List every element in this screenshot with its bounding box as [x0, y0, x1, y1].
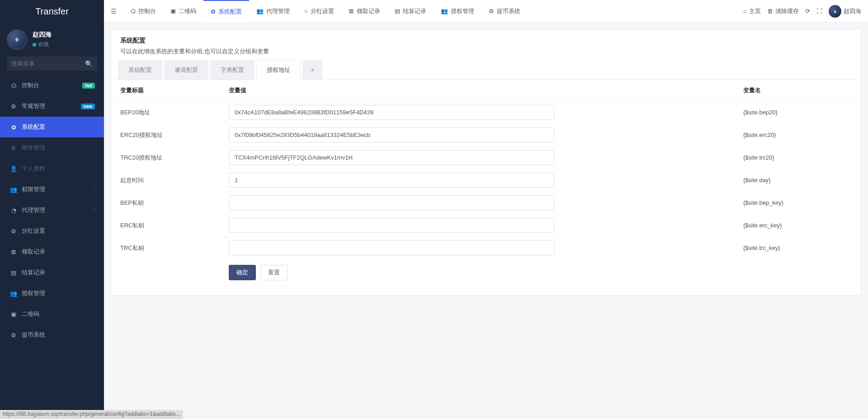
row-title: BEP私钥 — [111, 192, 224, 214]
config-table: 变量标题 变量值 变量名 BEP20地址{$site.bep20}ERC20授权… — [111, 80, 861, 286]
menu-icon: 👥 — [9, 290, 18, 297]
sidebar-item-7[interactable]: ⚙分红设置 — [0, 221, 104, 241]
row-varname: {$site.erc_key} — [739, 214, 861, 237]
home-label: 主页 — [749, 7, 761, 15]
row-title: ERC私钥 — [111, 214, 224, 237]
sidebar-item-11[interactable]: ▣二维码 — [0, 304, 104, 325]
row-varname: {$site.bep_key} — [739, 192, 861, 214]
sidebar-item-1[interactable]: ⚙常规管理new — [0, 96, 104, 117]
sidebar-item-6[interactable]: ◔代理管理〈 — [0, 200, 104, 221]
clear-cache-link[interactable]: 🗑清除缓存 — [767, 7, 799, 15]
row-varname: {$site.trc_key} — [739, 237, 861, 259]
row-value-input[interactable] — [229, 105, 554, 120]
sidebar-item-5[interactable]: 👥权限管理〈 — [0, 179, 104, 200]
search-icon[interactable]: 🔍 — [85, 60, 93, 67]
topnav-icon: ▤ — [395, 8, 400, 14]
menu-label: 提币系统 — [22, 331, 95, 339]
refresh-button[interactable]: ⟳ — [805, 8, 810, 14]
row-value-input[interactable] — [229, 173, 554, 188]
row-title: TRC私钥 — [111, 237, 224, 259]
menu-label: 领取记录 — [22, 248, 95, 256]
menu-label: 二维码 — [22, 310, 95, 318]
tab-3[interactable]: 授权地址 — [256, 60, 301, 80]
menu-icon: 🗎 — [9, 145, 18, 151]
topnav-item-5[interactable]: 𝌆领取记录 — [341, 0, 387, 22]
menu-badge: hot — [82, 83, 95, 89]
menu-label: 常规管理 — [22, 102, 81, 110]
tab-1[interactable]: 邀请配置 — [164, 60, 208, 80]
chevron-left-icon: 〈 — [90, 207, 95, 213]
topbar-right: ⌂主页 🗑清除缓存 ⟳ ⛶ ♦赵四海 — [743, 5, 861, 18]
table-row: BEP20地址{$site.bep20} — [111, 101, 861, 124]
ethereum-icon: ♦ — [15, 35, 19, 44]
sidebar-item-3[interactable]: 🗎附件管理 — [0, 137, 104, 158]
sidebar-item-2[interactable]: ✿系统配置 — [0, 117, 104, 137]
topnav-item-1[interactable]: ▣二维码 — [163, 0, 203, 22]
search-input[interactable] — [7, 56, 97, 71]
table-row: BEP私钥{$site.bep_key} — [111, 192, 861, 214]
hamburger-icon[interactable]: ☰ — [111, 8, 117, 15]
profile-name: 赵四海 — [33, 31, 52, 39]
topnav-item-3[interactable]: 👥代理管理 — [249, 0, 297, 22]
menu-icon: ⚙ — [9, 332, 18, 339]
sidebar-menu: ⌬控制台hot⚙常规管理new✿系统配置🗎附件管理👤个人资料👥权限管理〈◔代理管… — [0, 75, 104, 345]
col-header-name: 变量名 — [739, 80, 861, 101]
config-panel: 系统配置 可以在此增改系统的变量和分组,也可以自定义分组和变量 基础配置邀请配置… — [111, 29, 861, 296]
profile-status-text: 在线 — [38, 41, 49, 48]
topnav-label: 领取记录 — [357, 7, 380, 15]
topnav-icon: ○ — [304, 8, 308, 14]
topnav-icon: ✿ — [211, 8, 216, 15]
sidebar-item-8[interactable]: 𝌆领取记录 — [0, 241, 104, 262]
row-value-input[interactable] — [229, 195, 554, 210]
sidebar-search: 🔍 — [7, 56, 97, 71]
menu-icon: ⚙ — [9, 228, 18, 235]
home-link[interactable]: ⌂主页 — [743, 7, 761, 15]
row-varname: {$site.bep20} — [739, 101, 861, 124]
topnav-icon: ⌬ — [131, 8, 136, 14]
row-value-input[interactable] — [229, 127, 554, 142]
topbar: ☰ ⌬控制台▣二维码✿系统配置👥代理管理○分红设置𝌆领取记录▤结算记录👥授权管理… — [104, 0, 868, 23]
user-menu-label: 赵四海 — [844, 7, 861, 15]
topnav-label: 分红设置 — [311, 7, 334, 15]
menu-icon: 👤 — [9, 165, 18, 172]
top-nav: ⌬控制台▣二维码✿系统配置👥代理管理○分红设置𝌆领取记录▤结算记录👥授权管理⚙提… — [123, 0, 528, 22]
menu-label: 权限管理 — [22, 185, 90, 193]
reset-button[interactable]: 重置 — [260, 265, 288, 280]
tab-2[interactable]: 字典配置 — [210, 60, 255, 80]
avatar: ♦ — [7, 29, 27, 50]
tab-add[interactable]: ＋ — [302, 60, 322, 80]
row-value-input[interactable] — [229, 240, 554, 255]
sidebar-item-12[interactable]: ⚙提币系统 — [0, 325, 104, 345]
sidebar-item-10[interactable]: 👥授权管理 — [0, 283, 104, 304]
table-row: TRC私钥{$site.trc_key} — [111, 237, 861, 259]
row-value-input[interactable] — [229, 218, 554, 233]
topnav-item-8[interactable]: ⚙提币系统 — [481, 0, 528, 22]
table-row: TRC20授权地址{$site.trc20} — [111, 146, 861, 169]
fullscreen-button[interactable]: ⛶ — [816, 8, 822, 14]
refresh-icon: ⟳ — [805, 8, 810, 14]
topnav-item-4[interactable]: ○分红设置 — [297, 0, 341, 22]
row-varname: {$site.trc20} — [739, 146, 861, 169]
topnav-item-0[interactable]: ⌬控制台 — [123, 0, 163, 22]
home-icon: ⌂ — [743, 8, 747, 14]
tab-0[interactable]: 基础配置 — [118, 60, 162, 80]
topnav-item-6[interactable]: ▤结算记录 — [387, 0, 434, 22]
sidebar-item-0[interactable]: ⌬控制台hot — [0, 75, 104, 96]
row-title: TRC20授权地址 — [111, 146, 224, 169]
topnav-label: 结算记录 — [403, 7, 426, 15]
topnav-icon: ▣ — [170, 8, 176, 14]
topnav-icon: 👥 — [441, 8, 448, 14]
panel-title: 系统配置 — [120, 37, 852, 45]
sidebar-item-4[interactable]: 👤个人资料 — [0, 158, 104, 179]
menu-label: 个人资料 — [22, 165, 95, 173]
sidebar: Transfer ♦ 赵四海 在线 🔍 ⌬控制台hot⚙常规管理new✿系统配置… — [0, 0, 104, 419]
ok-button[interactable]: 确定 — [229, 265, 256, 280]
sidebar-item-9[interactable]: ▤结算记录 — [0, 262, 104, 283]
row-varname: {$site.erc20} — [739, 124, 861, 146]
clear-cache-label: 清除缓存 — [775, 7, 799, 15]
topnav-item-7[interactable]: 👥授权管理 — [434, 0, 481, 22]
topnav-label: 二维码 — [179, 7, 196, 15]
row-value-input[interactable] — [229, 150, 554, 165]
user-menu[interactable]: ♦赵四海 — [829, 5, 861, 18]
topnav-item-2[interactable]: ✿系统配置 — [203, 0, 249, 22]
